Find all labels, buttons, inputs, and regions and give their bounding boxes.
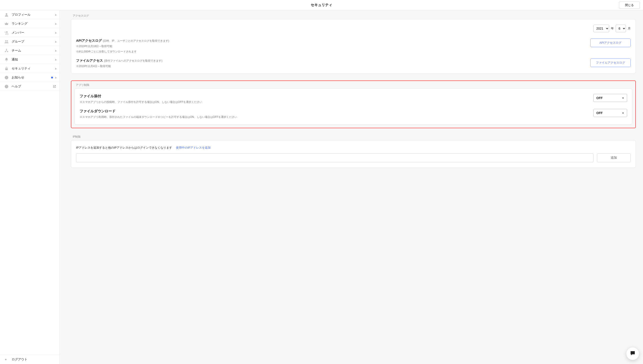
svg-point-2 (5, 40, 6, 42)
section-title: IP制限 (73, 135, 636, 139)
chevron-right-icon: › (55, 22, 56, 26)
sidebar-item-label: プロフィール (12, 13, 55, 17)
close-button[interactable]: 閉じる (619, 2, 640, 9)
lock-icon (4, 66, 9, 71)
bell-icon (4, 57, 9, 62)
add-person-icon (4, 30, 9, 35)
sidebar-item-notify[interactable]: 通知 › (0, 55, 60, 64)
logout-button[interactable]: ログアウト (0, 355, 60, 364)
sidebar-item-label: セキュリティ (12, 66, 55, 70)
logout-label: ログアウト (12, 358, 27, 362)
svg-point-0 (6, 13, 8, 15)
topbar: セキュリティ 閉じる (0, 0, 643, 10)
chevron-right-icon: › (55, 31, 56, 35)
chevron-right-icon: › (55, 49, 56, 53)
chevron-right-icon: › (55, 76, 56, 80)
file-attach-note: ※スマホアプリからの投稿時、ファイル添付を許可する場合はON、しない場合はOFF… (80, 100, 589, 104)
year-suffix: 年 (611, 26, 614, 30)
ip-use-current-link[interactable]: 使用中のIPアドレスを追加 (176, 146, 211, 149)
api-log-title: APIアクセスログ (76, 38, 102, 42)
file-attach-dropdown[interactable]: OFF ▼ (593, 94, 627, 102)
people-icon (4, 39, 9, 44)
person-icon (4, 12, 9, 17)
chevron-right-icon: › (55, 40, 56, 44)
svg-point-3 (7, 40, 8, 42)
crown-icon (4, 21, 9, 26)
external-link-icon (53, 85, 56, 88)
file-download-dropdown[interactable]: OFF ▼ (593, 109, 627, 117)
chevron-right-icon: › (55, 13, 56, 17)
sidebar-item-security[interactable]: セキュリティ › (0, 64, 60, 73)
month-suffix: 月 (628, 26, 631, 30)
svg-point-1 (6, 31, 8, 32)
ip-address-input[interactable] (76, 153, 593, 162)
page-title: セキュリティ (311, 3, 332, 8)
file-attach-value: OFF (596, 96, 603, 100)
sidebar-item-label: グループ (12, 40, 55, 44)
month-select[interactable]: 6 (616, 25, 626, 32)
svg-rect-7 (6, 68, 8, 70)
sidebar-item-label: チーム (12, 49, 55, 53)
sidebar-item-ranking[interactable]: ランキング › (0, 19, 60, 28)
api-log-note1: ※2019年11月18日～取得可能 (76, 44, 586, 48)
section-ip-restriction: IP制限 IPアドレスを追加すると他のIPアドレスからはログインできなくなります… (71, 135, 636, 168)
svg-rect-9 (6, 77, 7, 78)
sidebar-item-team[interactable]: チーム › (0, 46, 60, 55)
file-access-log-button[interactable]: ファイルアクセスログ (590, 58, 631, 67)
sidebar-item-label: メンバー (12, 31, 55, 35)
sidebar-item-profile[interactable]: プロフィール › (0, 10, 60, 19)
file-log-title: ファイルアクセス (76, 58, 103, 62)
sidebar-item-label: ランキング (12, 22, 55, 26)
api-log-title-desc: (日時、IP、ユーザごとのアクセスログを取得できます) (103, 39, 169, 42)
sidebar-item-label: ヘルプ (12, 84, 53, 88)
api-log-note2: ※約1,000件ごとに分割してダウンロードされます (76, 50, 586, 54)
sidebar-item-help[interactable]: ? ヘルプ (0, 82, 60, 91)
main-content: アクセスログ 2021 年 6 月 APIアクセスロ (60, 10, 643, 364)
dropdown-triangle-icon: ▼ (622, 97, 624, 99)
file-download-title: ファイルダウンロード (80, 109, 589, 114)
sidebar-item-group[interactable]: グループ › (0, 37, 60, 46)
sidebar: プロフィール › ランキング › メンバー › (0, 10, 60, 364)
file-log-title-desc: (添付ファイルへのアクセスログを取得できます) (104, 59, 162, 62)
ip-add-button[interactable]: 追加 (597, 153, 631, 162)
svg-point-4 (6, 49, 7, 50)
section-access-log: アクセスログ 2021 年 6 月 APIアクセスロ (71, 14, 636, 74)
file-download-value: OFF (596, 111, 603, 115)
sidebar-item-news[interactable]: お知らせ › (0, 73, 60, 82)
section-app-restriction-highlight: アプリ制限 ファイル添付 ※スマホアプリからの投稿時、ファイル添付を許可する場合… (71, 80, 636, 128)
section-title: アクセスログ (73, 14, 636, 18)
info-icon (4, 75, 9, 80)
sidebar-item-label: お知らせ (12, 76, 51, 80)
file-download-note: ※スマホアプリ利用時、添付されたファイルの端末ダウンロードやコピーを許可する場合… (80, 115, 589, 119)
ip-desc: IPアドレスを追加すると他のIPアドレスからはログインできなくなります (76, 146, 172, 149)
dropdown-triangle-icon: ▼ (622, 112, 624, 114)
key-icon (4, 357, 9, 362)
sidebar-item-member[interactable]: メンバー › (0, 28, 60, 37)
unread-dot-icon (51, 77, 53, 78)
org-icon (4, 48, 9, 53)
file-log-note1: ※2019年11月4日～取得可能 (76, 64, 586, 68)
section-title: アプリ制限 (76, 83, 632, 87)
chevron-right-icon: › (55, 58, 56, 62)
chat-launcher-button[interactable] (626, 348, 639, 360)
svg-rect-10 (6, 76, 7, 77)
svg-text:?: ? (6, 86, 7, 88)
file-attach-title: ファイル添付 (80, 94, 589, 98)
chat-icon (629, 350, 636, 357)
api-access-log-button[interactable]: APIアクセスログ (590, 38, 631, 47)
svg-point-13 (5, 359, 7, 360)
sidebar-item-label: 通知 (12, 58, 55, 62)
question-icon: ? (4, 84, 9, 89)
year-select[interactable]: 2021 (593, 25, 609, 32)
chevron-right-icon: › (55, 66, 56, 70)
